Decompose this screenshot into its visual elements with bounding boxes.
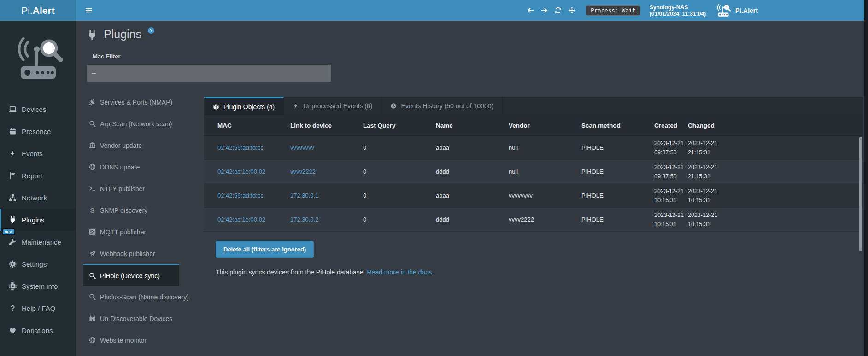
arrow-right-icon: [541, 7, 548, 14]
cell-created: 2023-12-21 10:15:31: [654, 187, 688, 205]
plugin-nav-label: Un-Discoverable Devices: [100, 315, 172, 322]
globe-icon: [89, 163, 96, 170]
cell-name: dddd: [436, 168, 509, 175]
help-badge[interactable]: ?: [148, 27, 154, 34]
plugin-nav-item-webhook-publisher[interactable]: Webhook publisher: [83, 243, 179, 264]
tab-events-history-50-out-of-10000-[interactable]: Events History (50 out of 10000): [381, 97, 503, 115]
page-title: Plugins ?: [87, 27, 154, 41]
cell-vendor: vvvv2222: [509, 216, 581, 223]
svg-text:?: ?: [11, 304, 15, 312]
globe-icon: [89, 337, 96, 344]
device-link[interactable]: vvvvvvvv: [290, 144, 314, 151]
tab-unprocessed-events-0-[interactable]: Unprocessed Events (0): [284, 97, 381, 115]
column-header-scan-method[interactable]: Scan method: [581, 122, 654, 129]
cell-changed: 2023-12-21 21:15:31: [688, 163, 725, 181]
plugin-nav-item-snmp-discovery[interactable]: SSNMP discovery: [83, 199, 179, 221]
mac-link[interactable]: 02:42:59:ad:fd:cc: [217, 192, 264, 199]
page-scrollbar-track[interactable]: [864, 0, 868, 356]
sidebar-item-plugins[interactable]: Plugins: [0, 209, 76, 231]
docs-link[interactable]: Read more in the docs.: [367, 268, 434, 276]
clock-icon: [390, 103, 397, 109]
fullscreen-move-button[interactable]: [565, 0, 579, 21]
refresh-button[interactable]: [551, 0, 565, 21]
column-header-link-to-device[interactable]: Link to device: [290, 122, 363, 129]
delete-all-button[interactable]: Delete all (filters are ignored): [216, 241, 314, 258]
brand-prefix: Pi.: [21, 5, 33, 16]
sidebar-logo: [0, 21, 76, 98]
sidebar-item-settings[interactable]: Settings: [0, 253, 76, 275]
search-icon: [89, 293, 96, 300]
question-icon: ?: [8, 304, 17, 312]
plugin-nav-item-pholus-scan-name-discovery-[interactable]: Pholus-Scan (Name discovery): [83, 286, 179, 308]
sidebar: DevicesPresenceEventsReportNetworkPlugin…: [0, 21, 76, 356]
tab-plugin-objects-4-[interactable]: Plugin Objects (4): [204, 97, 284, 115]
cell-created: 2023-12-21 10:15:31: [654, 210, 688, 229]
search-icon: [89, 120, 96, 127]
column-header-vendor[interactable]: Vendor: [509, 122, 581, 129]
sidebar-item-presence[interactable]: Presence: [0, 120, 76, 142]
cell-changed: 2023-12-21 21:15:31: [688, 139, 725, 157]
plugin-nav-item-un-discoverable-devices[interactable]: Un-Discoverable Devices: [83, 308, 179, 329]
sidebar-item-label: Maintenance: [22, 238, 61, 246]
cell-last-query: 0: [363, 168, 436, 175]
brand-suffix: Alert: [33, 5, 55, 16]
table-row: 02:42:ac:1e:00:02vvvv22220ddddnullPIHOLE…: [204, 160, 863, 184]
plugin-nav-label: Arp-Scan (Network scan): [100, 120, 172, 128]
device-link[interactable]: 172.30.0.2: [290, 216, 318, 223]
column-header-last-query[interactable]: Last Query: [363, 122, 436, 129]
arrow-left-icon: [527, 7, 534, 14]
device-link[interactable]: vvvv2222: [290, 168, 316, 175]
sidebar-item-donations[interactable]: Donations: [0, 319, 76, 341]
plugin-nav-label: NTFY publisher: [100, 185, 145, 193]
plugin-nav-item-vendor-update[interactable]: Vendor update: [83, 134, 179, 156]
sidebar-item-label: Network: [22, 194, 47, 202]
laptop-icon: [8, 105, 17, 113]
cell-vendor: null: [509, 144, 581, 151]
cell-name: aaaa: [436, 192, 509, 199]
mac-link[interactable]: 02:42:ac:1e:00:02: [217, 216, 265, 223]
search-icon: [89, 272, 96, 279]
cell-scan-method: PIHOLE: [581, 192, 654, 199]
heart-icon: [8, 327, 17, 334]
column-header-created[interactable]: Created: [654, 122, 688, 129]
wrench-icon: [8, 238, 17, 246]
plugin-objects-table: MACLink to deviceLast QueryNameVendorSca…: [204, 115, 863, 232]
nav-forward-button[interactable]: [537, 0, 551, 21]
topbar-brand-label: Pi.Alert: [735, 7, 758, 14]
mac-filter-input[interactable]: [87, 65, 331, 82]
mac-link[interactable]: 02:42:59:ad:fd:cc: [217, 144, 264, 151]
cell-vendor: vvvvvvvv: [509, 192, 581, 199]
dish-icon: [89, 99, 96, 105]
plugin-nav-item-website-monitor[interactable]: Website monitor: [83, 329, 179, 351]
sidebar-menu: DevicesPresenceEventsReportNetworkPlugin…: [0, 98, 76, 341]
sidebar-item-system-info[interactable]: System info: [0, 275, 76, 297]
plugin-description: This plugin syncs devices from the PiHol…: [216, 268, 863, 276]
plugin-nav-label: PiHole (Device sync): [100, 272, 160, 280]
nav-back-button[interactable]: [523, 0, 537, 21]
device-link[interactable]: 172.30.0.1: [290, 192, 318, 199]
plugin-nav-item-ntfy-publisher[interactable]: NTFY publisher: [83, 178, 179, 199]
table-scrollbar-thumb[interactable]: [859, 137, 862, 251]
sidebar-item-label: Donations: [22, 327, 53, 334]
sidebar-item-network[interactable]: Network: [0, 187, 76, 209]
sidebar-item-events[interactable]: Events: [0, 142, 76, 164]
plugin-nav-item-arp-scan-network-scan-[interactable]: Arp-Scan (Network scan): [83, 113, 179, 134]
column-header-changed[interactable]: Changed: [688, 122, 725, 129]
sidebar-toggle-button[interactable]: [78, 0, 99, 21]
plugin-nav-item-mqtt-publisher[interactable]: MQTT publisher: [83, 221, 179, 243]
cell-last-query: 0: [363, 144, 436, 151]
flag-icon: [8, 172, 17, 180]
plugin-nav-item-services-ports-nmap-[interactable]: Services & Ports (NMAP): [83, 91, 179, 113]
pialert-logo[interactable]: Pi.Alert: [0, 0, 76, 21]
column-header-mac[interactable]: MAC: [204, 122, 290, 129]
sidebar-item-report[interactable]: Report: [0, 164, 76, 187]
column-header-name[interactable]: Name: [436, 122, 509, 129]
letter-s-icon: S: [89, 207, 96, 214]
hamburger-icon: [85, 7, 92, 14]
mac-link[interactable]: 02:42:ac:1e:00:02: [217, 168, 265, 175]
sidebar-item-help-faq[interactable]: ?Help / FAQ: [0, 297, 76, 319]
plugin-nav-item-ddns-update[interactable]: DDNS update: [83, 156, 179, 178]
sidebar-item-devices[interactable]: Devices: [0, 98, 76, 120]
plugin-nav-item-pihole-device-sync-[interactable]: PiHole (Device sync): [83, 264, 179, 286]
cell-created: 2023-12-21 09:37:50: [654, 163, 688, 181]
